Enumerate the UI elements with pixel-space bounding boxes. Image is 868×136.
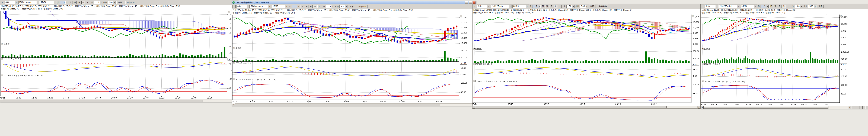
bar-count-spin[interactable]: 1◢ [292, 5, 300, 8]
bars-spin[interactable]: 300◢ [808, 5, 816, 8]
chevron-down-icon[interactable]: ▼ [473, 5, 476, 8]
chart-tool-button[interactable] [863, 106, 865, 109]
symbol-combo[interactable]: 日経225mini▼ [19, 1, 39, 4]
chart-area[interactable]: 10,12510,0509,9759,9009,8252,000.00700.0… [701, 14, 868, 106]
apply-button[interactable]: 適用 [348, 5, 355, 8]
bars-spin[interactable]: 300◢ [580, 5, 588, 8]
spin-icon[interactable]: ◢ [113, 1, 116, 4]
spin-icon[interactable]: ◢ [572, 5, 575, 8]
scrollbar-thumb[interactable] [475, 106, 666, 108]
collapse-volume-icon[interactable]: ▼ [1, 43, 3, 45]
scroll-right-icon[interactable]: ► [698, 106, 701, 108]
multi-symbol-button[interactable]: 複数銘柄 [125, 1, 136, 4]
period-tick-button[interactable]: T [317, 5, 321, 8]
apply-button[interactable]: 適用 [589, 5, 595, 8]
spin-icon[interactable]: ◢ [297, 5, 300, 8]
collapse-stoch-icon[interactable]: ▼ [232, 78, 235, 80]
scroll-left-icon[interactable]: ◄ [0, 99, 3, 102]
chevron-down-icon[interactable]: ▼ [36, 1, 39, 4]
period-month-button[interactable]: 月 [309, 5, 313, 8]
scroll-left-icon[interactable]: ◄ [472, 106, 475, 108]
chevron-down-icon[interactable]: ▼ [754, 5, 757, 8]
chart-tool-button[interactable] [857, 106, 860, 109]
spin-icon[interactable]: ◢ [99, 1, 102, 4]
collapse-macd-icon[interactable]: ▼ [1, 58, 3, 60]
scroll-left-icon[interactable]: ◄ [701, 106, 704, 109]
spin-icon[interactable]: ◢ [766, 5, 769, 8]
collapse-stoch-icon[interactable]: ▼ [473, 80, 476, 82]
period-minute-button[interactable]: 分 [782, 5, 786, 8]
window-titlebar[interactable]: [5130] 指数先物/オプションチャート _ □ × [232, 1, 476, 4]
collapse-stoch-icon[interactable]: ▼ [1, 74, 3, 77]
chevron-down-icon[interactable]: ▼ [487, 5, 490, 8]
chevron-down-icon[interactable]: ▼ [526, 5, 529, 8]
period-month-button[interactable]: 月 [778, 5, 781, 8]
minute-spin[interactable]: 5◢ [94, 1, 102, 4]
horizontal-scrollbar[interactable]: ◄► [472, 106, 701, 108]
spin-icon[interactable]: ◢ [814, 5, 816, 8]
symbol-combo[interactable]: 日経225mini▼ [250, 5, 271, 8]
apply-button[interactable]: 適用 [116, 1, 123, 4]
chevron-down-icon[interactable]: ▼ [702, 5, 705, 8]
chevron-down-icon[interactable]: ▼ [247, 5, 250, 8]
market-combo[interactable]: 先物▼ [705, 5, 718, 8]
chart-tool-button[interactable] [865, 106, 868, 109]
horizontal-scrollbar[interactable]: ◄► [0, 99, 238, 102]
price-chart-canvas[interactable] [472, 14, 701, 106]
period-day-button[interactable]: 日 [769, 5, 773, 8]
period-tick-button[interactable]: T [86, 1, 89, 4]
multi-symbol-button[interactable]: 複数銘柄 [598, 5, 608, 8]
maximize-button[interactable]: □ [469, 1, 472, 4]
minute-spin[interactable]: 30◢ [566, 5, 575, 8]
period-month-button[interactable]: 月 [550, 5, 553, 8]
mini-combo[interactable]: ▼ [473, 5, 476, 8]
chevron-down-icon[interactable]: ▼ [715, 5, 718, 8]
period-tick-button[interactable]: T [786, 5, 790, 8]
minute-spin[interactable]: 15◢ [326, 5, 334, 8]
chevron-down-icon[interactable]: ▼ [285, 5, 288, 8]
period-month-button[interactable]: 月 [77, 1, 81, 4]
contract-combo[interactable]: 12/06▼ [741, 5, 757, 8]
chart-area[interactable]: 10,12510,08010,0359,9909,9459,900850.003… [472, 14, 701, 106]
scrollbar-thumb[interactable] [704, 106, 829, 109]
period-day-button[interactable]: 日 [541, 5, 545, 8]
spin-icon[interactable]: ◢ [800, 5, 803, 8]
symbol-combo[interactable]: 日経225mini▼ [719, 5, 740, 8]
scrollbar-thumb[interactable] [3, 100, 203, 102]
contract-combo[interactable]: 12/06▼ [272, 5, 288, 8]
bars-spin[interactable]: 500◢ [107, 1, 116, 4]
price-chart-canvas[interactable] [0, 10, 238, 99]
chart-tool-button[interactable] [851, 106, 854, 109]
mini-combo[interactable]: ▼ [1, 1, 4, 4]
spin-icon[interactable]: ◢ [65, 1, 68, 4]
collapse-macd-icon[interactable]: ▼ [473, 63, 476, 65]
period-week-button[interactable]: 週 [545, 5, 549, 8]
period-day-button[interactable]: 日 [69, 1, 72, 4]
chart-area[interactable]: 10,08010,06010,04010,02010,000250.00105.… [0, 10, 238, 99]
collapse-volume-icon[interactable]: ▼ [232, 47, 235, 49]
chevron-down-icon[interactable]: ▼ [15, 1, 18, 4]
minimize-button[interactable]: _ [465, 1, 468, 4]
chevron-down-icon[interactable]: ▼ [737, 5, 740, 8]
chart-options-icon[interactable]: ▼ [227, 11, 230, 13]
chart-area[interactable]: 10,12510,10010,07510,05010,02510,000550.… [232, 14, 476, 103]
market-combo[interactable]: 先物▼ [477, 5, 490, 8]
contract-combo[interactable]: 12/06▼ [513, 5, 529, 8]
bars-spin[interactable]: 500◢ [339, 5, 348, 8]
chart-options-icon[interactable]: ▼ [460, 15, 462, 17]
chart-options-icon[interactable]: ▼ [840, 15, 842, 17]
bar-count-spin[interactable]: 1◢ [532, 5, 540, 8]
spin-icon[interactable]: ◢ [585, 5, 588, 8]
close-button[interactable]: × [472, 1, 475, 4]
period-tick-button[interactable]: T [558, 5, 562, 8]
contract-combo[interactable]: 12/06▼ [40, 1, 57, 4]
market-combo[interactable]: 先物▼ [236, 5, 250, 8]
spin-icon[interactable]: ◢ [345, 5, 347, 8]
chart-tool-button[interactable] [854, 106, 857, 109]
mini-combo[interactable]: ▼ [701, 5, 705, 8]
scroll-left-icon[interactable]: ◄ [232, 103, 235, 106]
chevron-down-icon[interactable]: ▼ [232, 5, 236, 8]
market-combo[interactable]: 先物▼ [5, 1, 18, 4]
period-minute-button[interactable]: 分 [554, 5, 557, 8]
collapse-volume-icon[interactable]: ▼ [702, 48, 704, 50]
